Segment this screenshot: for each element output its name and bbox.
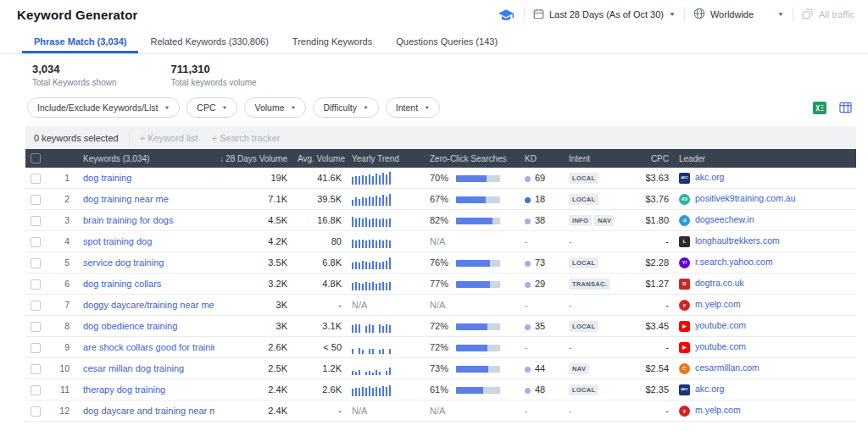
intent-badge: NAV bbox=[569, 363, 589, 374]
kd-value: 29 bbox=[535, 279, 545, 289]
filter-label: Difficulty bbox=[323, 102, 356, 113]
action-keyword-list[interactable]: + Keyword list bbox=[140, 133, 198, 143]
col-avg-volume[interactable]: Avg. Volume bbox=[292, 154, 347, 163]
keyword-link[interactable]: brain training for dogs bbox=[83, 215, 173, 225]
row-checkbox[interactable] bbox=[31, 174, 41, 184]
col-zero-click[interactable]: Zero-Click Searches bbox=[425, 154, 520, 163]
row-checkbox[interactable] bbox=[31, 301, 41, 311]
zero-click: 76% bbox=[425, 257, 520, 268]
globe-icon bbox=[693, 8, 705, 21]
manage-columns-button[interactable] bbox=[836, 99, 854, 116]
filter-difficulty[interactable]: Difficulty▼ bbox=[313, 97, 378, 118]
keyword-link[interactable]: are shock collars good for training ... bbox=[83, 342, 214, 352]
tab-trending-keywords[interactable]: Trending Keywords bbox=[281, 29, 384, 53]
table-row: 1dog training19K41.6K70%69LOCAL$3.63AKCa… bbox=[25, 168, 856, 189]
keyword-link[interactable]: cesar millan dog training bbox=[83, 363, 184, 373]
row-number: 3 bbox=[49, 215, 78, 225]
row-checkbox[interactable] bbox=[31, 322, 41, 332]
stat-label: Total keywords volume bbox=[171, 78, 257, 87]
academy-icon[interactable] bbox=[497, 6, 515, 23]
select-all-checkbox[interactable] bbox=[31, 153, 41, 163]
leader-link[interactable]: akc.org bbox=[695, 384, 724, 394]
chevron-down-icon: ▼ bbox=[424, 105, 430, 110]
keyword-link[interactable]: service dog training bbox=[83, 257, 164, 268]
stat-label: Total Keywords shown bbox=[32, 78, 117, 87]
intent: LOCAL bbox=[564, 384, 625, 395]
col-kd[interactable]: KD bbox=[520, 154, 564, 163]
action-search-tracker[interactable]: + Search tracker bbox=[211, 133, 280, 143]
filter-intent[interactable]: Intent▼ bbox=[386, 97, 440, 118]
intent: LOCAL bbox=[564, 193, 625, 205]
keyword-link[interactable]: dog training near me bbox=[83, 194, 169, 204]
location-select[interactable]: Worldwide ▼ bbox=[693, 8, 784, 21]
row-checkbox[interactable] bbox=[31, 364, 41, 374]
date-range-select[interactable]: Last 28 Days (As of Oct 30) ▼ bbox=[533, 8, 676, 21]
leader-link[interactable]: m.yelp.com bbox=[695, 405, 741, 415]
row-number: 1 bbox=[49, 173, 78, 183]
keyword-link[interactable]: dog daycare and training near me ... bbox=[83, 406, 214, 416]
sort-desc-icon: ↓ bbox=[220, 154, 224, 163]
zero-click: 82% bbox=[425, 215, 520, 225]
traffic-filter-label: All traffic bbox=[819, 9, 854, 19]
kd: - bbox=[520, 406, 564, 416]
zero-click-bar bbox=[456, 260, 500, 267]
row-checkbox[interactable] bbox=[31, 237, 41, 247]
leader-link[interactable]: youtube.com bbox=[695, 320, 746, 330]
divider bbox=[793, 7, 793, 22]
date-range-label: Last 28 Days (As of Oct 30) bbox=[549, 9, 664, 19]
col-intent[interactable]: Intent bbox=[564, 154, 625, 163]
leader-link[interactable]: youtube.com bbox=[695, 341, 746, 351]
leader-link[interactable]: m.yelp.com bbox=[695, 299, 741, 309]
col-cpc[interactable]: CPC bbox=[625, 154, 674, 163]
tab-questions-queries-143[interactable]: Questions Queries (143) bbox=[384, 29, 509, 53]
tab-related-keywords-330-806[interactable]: Related Keywords (330,806) bbox=[138, 29, 280, 53]
kd: 73 bbox=[520, 257, 564, 268]
intent-badge: LOCAL bbox=[569, 384, 598, 395]
row-checkbox[interactable] bbox=[31, 258, 41, 268]
col-yearly-trend: Yearly Trend bbox=[347, 154, 425, 163]
row-checkbox[interactable] bbox=[31, 343, 41, 353]
vol-28d: 2.4K bbox=[214, 384, 292, 395]
row-checkbox[interactable] bbox=[31, 195, 41, 205]
leader-link[interactable]: dogseechew.in bbox=[695, 214, 754, 224]
col-keywords[interactable]: Keywords (3,034) bbox=[78, 154, 214, 163]
leader-link[interactable]: cesarmillan.com bbox=[695, 362, 760, 373]
keyword-link[interactable]: doggy daycare/training near me bbox=[83, 300, 214, 310]
cpc: $3.45 bbox=[625, 321, 674, 331]
keyword-link[interactable]: spot training dog bbox=[83, 236, 152, 246]
export-xls-button[interactable] bbox=[810, 99, 829, 116]
row-checkbox[interactable] bbox=[31, 406, 41, 417]
keyword-link[interactable]: therapy dog training bbox=[83, 384, 165, 395]
yearly-trend bbox=[347, 340, 425, 354]
leader-link[interactable]: dogtra.co.uk bbox=[695, 278, 744, 288]
row-checkbox[interactable] bbox=[31, 279, 41, 290]
trend-chart bbox=[352, 171, 420, 185]
leader-link[interactable]: akc.org bbox=[695, 172, 724, 182]
row-number: 10 bbox=[49, 363, 78, 373]
col-28-days-volume[interactable]: ↓28 Days Volume bbox=[214, 154, 292, 163]
leader-link[interactable]: longhaultrekkers.com bbox=[695, 235, 780, 246]
row-checkbox[interactable] bbox=[31, 385, 41, 395]
tab-phrase-match-3-034[interactable]: Phrase Match (3,034) bbox=[22, 29, 138, 53]
intent-badge: TRANSAC. bbox=[569, 279, 610, 290]
filter-include-exclude-keywords-list[interactable]: Include/Exclude Keywords/List▼ bbox=[27, 97, 180, 118]
trend-chart bbox=[352, 277, 420, 290]
site-favicon: y bbox=[679, 300, 690, 311]
filter-cpc[interactable]: CPC▼ bbox=[186, 97, 237, 118]
row-number: 2 bbox=[49, 194, 78, 204]
intent: INFONAV bbox=[564, 214, 625, 226]
filter-volume[interactable]: Volume▼ bbox=[244, 97, 306, 118]
zero-click-bar bbox=[456, 366, 500, 373]
keyword-link[interactable]: dog training collars bbox=[83, 279, 161, 289]
keyword-link[interactable]: dog obedience training bbox=[83, 321, 177, 331]
filter-label: Include/Exclude Keywords/List bbox=[37, 102, 158, 113]
row-checkbox[interactable] bbox=[31, 216, 41, 226]
site-favicon: AKC bbox=[679, 384, 690, 395]
traffic-filter-select[interactable]: All traffic bbox=[802, 8, 854, 21]
selection-status: 0 keywords selected bbox=[34, 133, 119, 143]
vol-28d: 3.2K bbox=[214, 279, 292, 289]
keyword-link[interactable]: dog training bbox=[83, 173, 132, 183]
intent-badge: NAV bbox=[594, 215, 615, 226]
leader-link[interactable]: r.search.yahoo.com bbox=[695, 257, 773, 267]
leader-link[interactable]: positivek9training.com.au bbox=[695, 193, 795, 203]
